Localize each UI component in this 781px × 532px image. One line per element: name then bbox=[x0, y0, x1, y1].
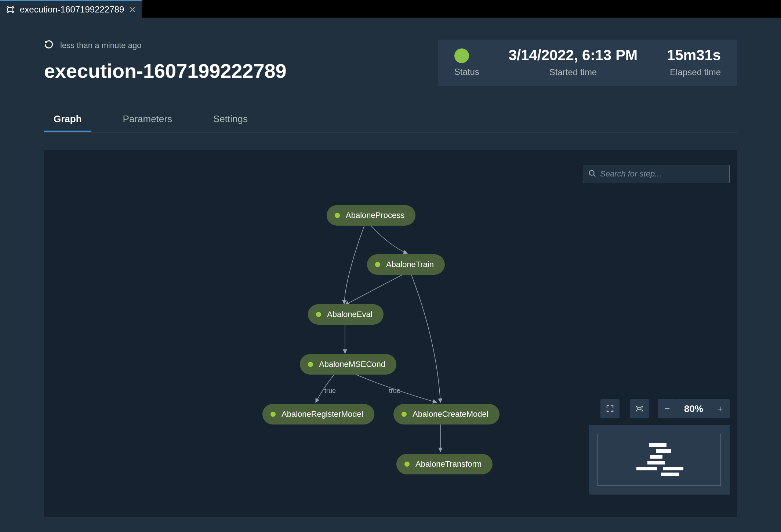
node-abalone-transform[interactable]: AbaloneTransform bbox=[396, 454, 493, 474]
search-box[interactable] bbox=[583, 165, 730, 183]
fit-button[interactable] bbox=[630, 399, 649, 418]
status-dot-icon bbox=[316, 312, 321, 317]
status-dot-icon bbox=[308, 362, 313, 367]
status-dot-icon bbox=[335, 213, 340, 218]
zoom-level: 80% bbox=[677, 399, 711, 418]
node-label: AbaloneProcess bbox=[346, 211, 404, 220]
status-indicator-icon bbox=[454, 48, 469, 63]
tab-parameters[interactable]: Parameters bbox=[113, 108, 182, 132]
elapsed-time-value: 15m31s bbox=[667, 47, 721, 63]
svg-point-3 bbox=[12, 11, 14, 12]
svg-rect-10 bbox=[637, 408, 641, 410]
tabs-nav: Graph Parameters Settings bbox=[44, 108, 737, 132]
node-label: AbaloneRegisterModel bbox=[281, 409, 363, 419]
status-card: Status 3/14/2022, 6:13 PM Started time 1… bbox=[438, 40, 737, 86]
search-input[interactable] bbox=[600, 169, 724, 179]
tab-graph[interactable]: Graph bbox=[44, 108, 91, 132]
node-label: AbaloneTransform bbox=[415, 459, 482, 469]
status-dot-icon bbox=[402, 412, 407, 417]
node-abalone-train[interactable]: AbaloneTrain bbox=[367, 254, 445, 275]
tab-bar: execution-1607199222789 × bbox=[0, 0, 781, 18]
zoom-out-button[interactable]: − bbox=[658, 399, 677, 418]
node-label: AbaloneTrain bbox=[386, 260, 434, 269]
zoom-in-button[interactable]: + bbox=[711, 399, 730, 418]
edge-label-true: true bbox=[324, 387, 336, 395]
status-dot-icon bbox=[270, 412, 276, 417]
minimap[interactable] bbox=[589, 425, 730, 495]
node-label: AbaloneCreateModel bbox=[413, 409, 488, 419]
status-dot-icon bbox=[375, 262, 380, 267]
fullscreen-button[interactable] bbox=[600, 399, 620, 418]
node-abalone-eval[interactable]: AbaloneEval bbox=[308, 304, 384, 325]
tab-title: execution-1607199222789 bbox=[20, 4, 124, 15]
started-time-value: 3/14/2022, 6:13 PM bbox=[509, 47, 637, 63]
svg-line-9 bbox=[593, 174, 596, 176]
search-icon bbox=[588, 170, 596, 179]
tab-settings[interactable]: Settings bbox=[204, 108, 257, 132]
svg-point-1 bbox=[12, 7, 14, 8]
started-time-label: Started time bbox=[549, 67, 597, 77]
svg-point-0 bbox=[7, 7, 8, 8]
node-abalone-register-model[interactable]: AbaloneRegisterModel bbox=[262, 404, 374, 424]
page-title: execution-1607199222789 bbox=[44, 59, 286, 82]
status-label: Status bbox=[454, 67, 479, 77]
refresh-timestamp: less than a minute ago bbox=[60, 41, 141, 50]
svg-point-8 bbox=[589, 170, 594, 175]
status-dot-icon bbox=[404, 462, 410, 467]
zoom-controls: − 80% + bbox=[600, 399, 730, 418]
svg-point-2 bbox=[7, 11, 8, 12]
window-tab[interactable]: execution-1607199222789 × bbox=[0, 0, 142, 18]
node-abalone-process[interactable]: AbaloneProcess bbox=[327, 205, 415, 226]
edge-label-true: true bbox=[389, 387, 400, 395]
graph-canvas[interactable]: AbaloneProcess AbaloneTrain AbaloneEval … bbox=[44, 150, 737, 517]
node-abalone-msecond[interactable]: AbaloneMSECond bbox=[300, 354, 396, 375]
node-label: AbaloneEval bbox=[327, 310, 373, 319]
node-label: AbaloneMSECond bbox=[319, 360, 385, 369]
close-icon[interactable]: × bbox=[129, 4, 136, 15]
minimap-viewport bbox=[597, 434, 721, 486]
elapsed-time-label: Elapsed time bbox=[670, 67, 721, 77]
pipeline-icon bbox=[6, 5, 15, 14]
node-abalone-create-model[interactable]: AbaloneCreateModel bbox=[393, 404, 500, 424]
refresh-icon[interactable] bbox=[44, 40, 54, 51]
